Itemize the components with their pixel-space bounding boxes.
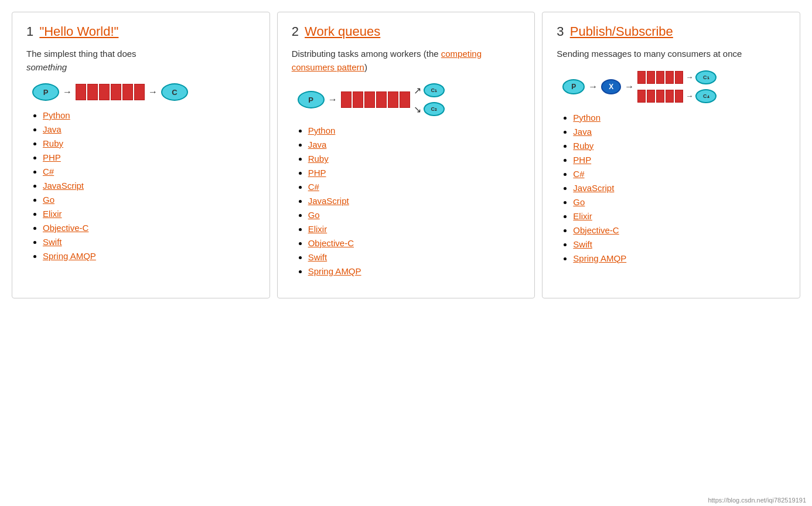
link-ruby[interactable]: Ruby [308, 154, 329, 164]
link-csharp[interactable]: C# [308, 182, 319, 192]
link-swift[interactable]: Swift [573, 239, 592, 249]
arrow-8: → [685, 73, 693, 81]
list-item: C# [308, 182, 521, 192]
card-2-number: 2 [292, 24, 299, 39]
link-php[interactable]: PHP [43, 152, 61, 162]
link-go[interactable]: Go [308, 210, 320, 220]
consumer-c1-3: C₁ [695, 70, 717, 84]
list-item: JavaScript [308, 196, 521, 206]
link-python[interactable]: Python [308, 125, 336, 135]
card-1-diagram: P → → C [32, 83, 255, 101]
queue-seg [364, 91, 375, 108]
arrow-4: ↗ [414, 85, 421, 96]
queue-seg-s [656, 71, 664, 84]
branch-2: → C₄ [637, 89, 717, 103]
consumer-c4-3: C₄ [695, 89, 717, 103]
list-item: Objective-C [573, 225, 786, 236]
card-1-desc-italic: something [26, 62, 67, 72]
list-item: Go [43, 195, 255, 205]
queue-seg [400, 91, 410, 108]
link-objective-c[interactable]: Objective-C [43, 223, 88, 233]
link-ruby[interactable]: Ruby [573, 141, 593, 151]
link-objective-c[interactable]: Objective-C [308, 238, 354, 248]
diag2-consumers: ↗ C₁ ↘ C₂ [414, 83, 445, 116]
link-csharp[interactable]: C# [43, 167, 54, 176]
link-elixir[interactable]: Elixir [43, 209, 62, 219]
card-1-number: 1 [26, 24, 33, 39]
link-javascript[interactable]: JavaScript [308, 196, 349, 206]
list-item: Spring AMQP [308, 266, 521, 277]
link-elixir[interactable]: Elixir [308, 224, 327, 234]
link-go[interactable]: Go [43, 195, 54, 205]
queue-seg-s [666, 71, 674, 84]
link-java[interactable]: Java [308, 140, 327, 150]
producer-node-3: P [562, 79, 585, 94]
card-3: 3 Publish/Subscribe Sending messages to … [542, 12, 800, 298]
link-java[interactable]: Java [573, 127, 592, 137]
card-3-links-list: Python Java Ruby PHP C# JavaScript Go El… [557, 113, 786, 264]
competing-consumers-link[interactable]: competing consumers pattern [292, 49, 482, 72]
queue-seg-s [675, 71, 683, 84]
consumer-node: C [161, 83, 188, 101]
link-swift[interactable]: Swift [43, 237, 62, 247]
queue-seg [134, 84, 145, 100]
queue-seg [376, 91, 387, 108]
link-csharp[interactable]: C# [573, 169, 584, 179]
card-1: 1 "Hello World!" The simplest thing that… [12, 12, 270, 298]
queue-seg-s [647, 71, 655, 84]
queue-seg [388, 91, 398, 108]
list-item: Spring AMQP [573, 253, 786, 264]
consumer-row-1: ↗ C₁ [414, 83, 445, 97]
link-java[interactable]: Java [43, 124, 62, 134]
arrow-7: → [625, 81, 634, 92]
link-spring-amqp[interactable]: Spring AMQP [308, 266, 361, 276]
link-swift[interactable]: Swift [308, 252, 327, 262]
list-item: Ruby [308, 154, 521, 164]
list-item: Swift [43, 237, 255, 247]
card-2-links-list: Python Java Ruby PHP C# JavaScript Go El… [292, 125, 521, 277]
card-2-title-link[interactable]: Work queues [305, 24, 380, 39]
link-javascript[interactable]: JavaScript [573, 183, 614, 193]
queue-block-1 [76, 84, 145, 100]
link-elixir[interactable]: Elixir [573, 211, 592, 221]
cards-container: 1 "Hello World!" The simplest thing that… [6, 6, 806, 304]
link-ruby[interactable]: Ruby [43, 138, 63, 148]
queue-seg-s [637, 90, 646, 103]
list-item: Python [308, 125, 521, 136]
producer-node-2: P [298, 91, 325, 108]
link-python[interactable]: Python [573, 113, 601, 123]
link-objective-c[interactable]: Objective-C [573, 225, 619, 235]
queue-seg [122, 84, 133, 100]
list-item: Spring AMQP [43, 251, 255, 262]
list-item: Go [308, 210, 521, 220]
card-1-header: 1 "Hello World!" [26, 24, 255, 39]
link-spring-amqp[interactable]: Spring AMQP [573, 253, 626, 263]
diag2-row: P → ↗ C₁ ↘ C₂ [298, 83, 521, 116]
diag3-branches: → C₁ → C₄ [637, 70, 717, 103]
link-php[interactable]: PHP [573, 155, 591, 165]
list-item: JavaScript [43, 181, 255, 191]
card-1-title-link[interactable]: "Hello World!" [39, 24, 118, 39]
arrow-6: → [588, 81, 598, 92]
queue-seg [353, 91, 363, 108]
list-item: C# [573, 169, 786, 179]
card-3-title-link[interactable]: Publish/Subscribe [570, 24, 673, 39]
queue-seg [87, 84, 98, 100]
link-javascript[interactable]: JavaScript [43, 181, 84, 191]
list-item: Swift [573, 239, 786, 250]
queue-small-2 [637, 90, 683, 103]
list-item: Java [573, 127, 786, 137]
queue-small-1 [637, 71, 683, 84]
list-item: Java [308, 140, 521, 150]
link-php[interactable]: PHP [308, 168, 326, 178]
exchange-node: X [601, 79, 621, 94]
list-item: Swift [308, 252, 521, 263]
link-spring-amqp[interactable]: Spring AMQP [43, 251, 96, 261]
list-item: Go [573, 197, 786, 208]
link-python[interactable]: Python [43, 110, 70, 120]
arrow-3: → [328, 94, 337, 105]
card-1-desc: The simplest thing that does something [26, 47, 255, 74]
card-2-desc: Distributing tasks among workers (the co… [292, 47, 521, 74]
list-item: Elixir [573, 211, 786, 222]
link-go[interactable]: Go [573, 197, 585, 207]
